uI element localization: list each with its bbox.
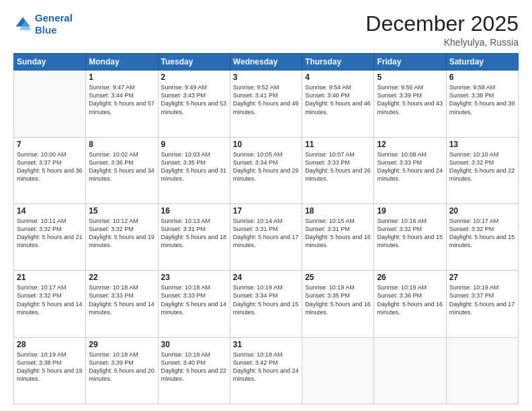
day-number: 29 bbox=[89, 340, 154, 349]
day-info: Sunrise: 10:19 AMSunset: 3:38 PMDaylight… bbox=[17, 351, 83, 383]
day-info: Sunrise: 10:18 AMSunset: 3:40 PMDaylight… bbox=[161, 351, 227, 383]
day-info: Sunrise: 10:00 AMSunset: 3:37 PMDaylight… bbox=[17, 150, 83, 183]
table-row: 27 Sunrise: 10:19 AMSunset: 3:37 PMDayli… bbox=[446, 271, 518, 337]
table-row bbox=[14, 71, 86, 137]
logo: General Blue bbox=[13, 12, 73, 36]
day-number: 15 bbox=[89, 206, 154, 216]
table-row: 9 Sunrise: 10:03 AMSunset: 3:35 PMDaylig… bbox=[158, 137, 230, 203]
day-number: 12 bbox=[377, 140, 443, 149]
col-thursday: Thursday bbox=[302, 54, 374, 71]
table-row: 23 Sunrise: 10:18 AMSunset: 3:33 PMDayli… bbox=[158, 271, 230, 337]
day-number: 1 bbox=[89, 73, 154, 82]
col-sunday: Sunday bbox=[14, 54, 86, 71]
day-number: 26 bbox=[377, 273, 443, 282]
day-info: Sunrise: 10:18 AMSunset: 3:42 PMDaylight… bbox=[233, 351, 299, 383]
main-title: December 2025 bbox=[365, 12, 519, 36]
header-row: Sunday Monday Tuesday Wednesday Thursday… bbox=[14, 54, 519, 71]
day-info: Sunrise: 10:03 AMSunset: 3:35 PMDaylight… bbox=[161, 150, 227, 183]
day-number: 17 bbox=[233, 206, 299, 216]
day-info: Sunrise: 10:17 AMSunset: 3:32 PMDaylight… bbox=[17, 283, 83, 316]
col-saturday: Saturday bbox=[446, 54, 518, 71]
table-row: 24 Sunrise: 10:19 AMSunset: 3:34 PMDayli… bbox=[230, 271, 302, 337]
day-number: 31 bbox=[233, 340, 299, 349]
day-info: Sunrise: 10:19 AMSunset: 3:37 PMDaylight… bbox=[449, 283, 515, 316]
table-row: 13 Sunrise: 10:10 AMSunset: 3:32 PMDayli… bbox=[446, 137, 518, 203]
title-block: December 2025 Khelyulya, Russia bbox=[365, 12, 519, 48]
table-row: 16 Sunrise: 10:13 AMSunset: 3:31 PMDayli… bbox=[158, 203, 230, 270]
day-info: Sunrise: 10:15 AMSunset: 3:31 PMDaylight… bbox=[305, 217, 371, 250]
day-number: 6 bbox=[449, 73, 515, 82]
day-number: 10 bbox=[233, 140, 299, 149]
table-row: 30 Sunrise: 10:18 AMSunset: 3:40 PMDayli… bbox=[158, 337, 230, 404]
col-tuesday: Tuesday bbox=[158, 54, 230, 71]
col-wednesday: Wednesday bbox=[230, 54, 302, 71]
table-row: 1 Sunrise: 9:47 AMSunset: 3:44 PMDayligh… bbox=[86, 71, 158, 137]
col-monday: Monday bbox=[86, 54, 158, 71]
table-row: 19 Sunrise: 10:16 AMSunset: 3:32 PMDayli… bbox=[374, 203, 446, 270]
day-info: Sunrise: 10:17 AMSunset: 3:32 PMDaylight… bbox=[449, 217, 515, 250]
day-number: 2 bbox=[161, 73, 227, 82]
day-info: Sunrise: 10:02 AMSunset: 3:36 PMDaylight… bbox=[89, 150, 154, 183]
table-row: 5 Sunrise: 9:56 AMSunset: 3:39 PMDayligh… bbox=[374, 71, 446, 137]
day-number: 9 bbox=[161, 140, 227, 149]
header: General Blue December 2025 Khelyulya, Ru… bbox=[13, 12, 519, 48]
day-info: Sunrise: 10:18 AMSunset: 3:33 PMDaylight… bbox=[89, 283, 154, 316]
day-info: Sunrise: 10:07 AMSunset: 3:33 PMDaylight… bbox=[305, 150, 371, 183]
day-info: Sunrise: 9:49 AMSunset: 3:43 PMDaylight:… bbox=[161, 83, 227, 116]
table-row: 6 Sunrise: 9:58 AMSunset: 3:38 PMDayligh… bbox=[446, 71, 518, 137]
day-info: Sunrise: 9:52 AMSunset: 3:41 PMDaylight:… bbox=[233, 83, 299, 116]
table-row bbox=[374, 337, 446, 404]
subtitle: Khelyulya, Russia bbox=[365, 37, 519, 48]
day-info: Sunrise: 10:05 AMSunset: 3:34 PMDaylight… bbox=[233, 150, 299, 183]
table-row: 8 Sunrise: 10:02 AMSunset: 3:36 PMDaylig… bbox=[86, 137, 158, 203]
day-number: 13 bbox=[449, 140, 515, 149]
table-row: 7 Sunrise: 10:00 AMSunset: 3:37 PMDaylig… bbox=[14, 137, 86, 203]
day-info: Sunrise: 10:18 AMSunset: 3:39 PMDaylight… bbox=[89, 351, 154, 383]
day-info: Sunrise: 10:16 AMSunset: 3:32 PMDaylight… bbox=[377, 217, 443, 250]
day-info: Sunrise: 9:54 AMSunset: 3:40 PMDaylight:… bbox=[305, 83, 371, 116]
table-row bbox=[446, 337, 518, 404]
table-row: 26 Sunrise: 10:19 AMSunset: 3:36 PMDayli… bbox=[374, 271, 446, 337]
day-number: 14 bbox=[17, 206, 83, 216]
day-info: Sunrise: 10:10 AMSunset: 3:32 PMDaylight… bbox=[449, 150, 515, 183]
day-number: 28 bbox=[17, 340, 83, 349]
day-info: Sunrise: 9:47 AMSunset: 3:44 PMDaylight:… bbox=[89, 83, 154, 116]
calendar-table: Sunday Monday Tuesday Wednesday Thursday… bbox=[13, 53, 519, 404]
day-info: Sunrise: 10:19 AMSunset: 3:36 PMDaylight… bbox=[377, 283, 443, 316]
table-row: 10 Sunrise: 10:05 AMSunset: 3:34 PMDayli… bbox=[230, 137, 302, 203]
day-info: Sunrise: 9:58 AMSunset: 3:38 PMDaylight:… bbox=[449, 83, 515, 116]
day-number: 5 bbox=[377, 73, 443, 82]
day-number: 23 bbox=[161, 273, 227, 282]
table-row: 31 Sunrise: 10:18 AMSunset: 3:42 PMDayli… bbox=[230, 337, 302, 404]
day-info: Sunrise: 9:56 AMSunset: 3:39 PMDaylight:… bbox=[377, 83, 443, 116]
table-row: 20 Sunrise: 10:17 AMSunset: 3:32 PMDayli… bbox=[446, 203, 518, 270]
day-number: 30 bbox=[161, 340, 227, 349]
table-row: 17 Sunrise: 10:14 AMSunset: 3:31 PMDayli… bbox=[230, 203, 302, 270]
logo-icon bbox=[13, 15, 32, 34]
day-number: 20 bbox=[449, 206, 515, 216]
day-number: 11 bbox=[305, 140, 371, 149]
day-number: 24 bbox=[233, 273, 299, 282]
table-row: 22 Sunrise: 10:18 AMSunset: 3:33 PMDayli… bbox=[86, 271, 158, 337]
day-info: Sunrise: 10:11 AMSunset: 3:32 PMDaylight… bbox=[17, 217, 83, 250]
table-row bbox=[302, 337, 374, 404]
day-number: 16 bbox=[161, 206, 227, 216]
day-number: 22 bbox=[89, 273, 154, 282]
day-number: 3 bbox=[233, 73, 299, 82]
table-row: 25 Sunrise: 10:19 AMSunset: 3:35 PMDayli… bbox=[302, 271, 374, 337]
day-info: Sunrise: 10:12 AMSunset: 3:32 PMDaylight… bbox=[89, 217, 154, 250]
day-info: Sunrise: 10:18 AMSunset: 3:33 PMDaylight… bbox=[161, 283, 227, 316]
day-info: Sunrise: 10:08 AMSunset: 3:33 PMDaylight… bbox=[377, 150, 443, 183]
day-number: 4 bbox=[305, 73, 371, 82]
day-info: Sunrise: 10:13 AMSunset: 3:31 PMDaylight… bbox=[161, 217, 227, 250]
table-row: 4 Sunrise: 9:54 AMSunset: 3:40 PMDayligh… bbox=[302, 71, 374, 137]
day-number: 19 bbox=[377, 206, 443, 216]
day-number: 27 bbox=[449, 273, 515, 282]
table-row: 14 Sunrise: 10:11 AMSunset: 3:32 PMDayli… bbox=[14, 203, 86, 270]
day-number: 7 bbox=[17, 140, 83, 149]
day-number: 18 bbox=[305, 206, 371, 216]
day-info: Sunrise: 10:14 AMSunset: 3:31 PMDaylight… bbox=[233, 217, 299, 250]
table-row: 2 Sunrise: 9:49 AMSunset: 3:43 PMDayligh… bbox=[158, 71, 230, 137]
table-row: 15 Sunrise: 10:12 AMSunset: 3:32 PMDayli… bbox=[86, 203, 158, 270]
page: General Blue December 2025 Khelyulya, Ru… bbox=[0, 0, 532, 411]
